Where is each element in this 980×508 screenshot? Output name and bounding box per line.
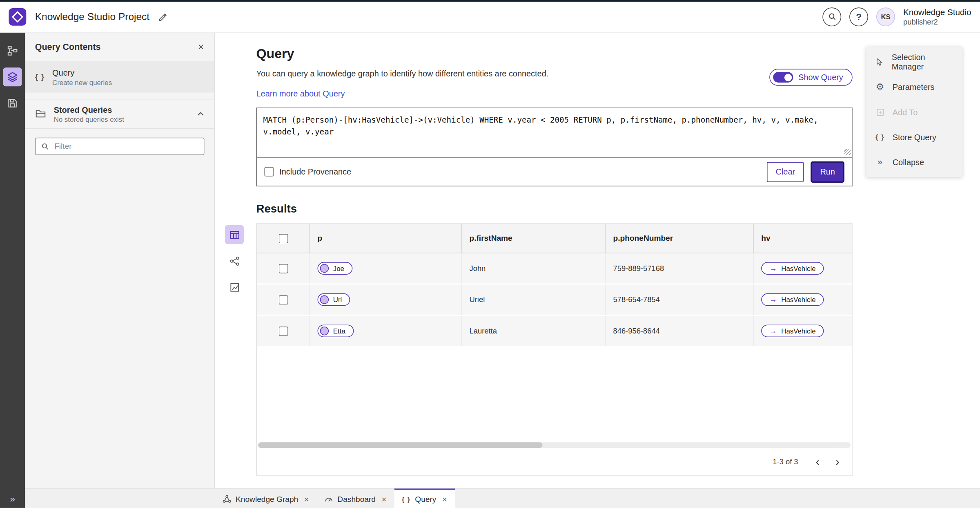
- hierarchy-nav-icon[interactable]: [3, 41, 22, 60]
- table-row[interactable]: Uri Uriel 578-654-7854 → HasVehicle: [257, 284, 852, 316]
- tab-label: Dashboard: [337, 495, 376, 503]
- tab-label: Knowledge Graph: [236, 495, 298, 503]
- folder-icon: [35, 108, 47, 120]
- tab-dashboard[interactable]: Dashboard ✕: [317, 488, 394, 508]
- panel-header: Query Contents ✕: [25, 33, 214, 61]
- close-tab-icon[interactable]: ✕: [304, 495, 309, 502]
- parameters-item[interactable]: ⚙ Parameters: [866, 74, 962, 99]
- previous-page-button[interactable]: ‹: [809, 454, 826, 470]
- column-header-phonenumber[interactable]: p.phoneNumber: [606, 224, 754, 253]
- next-page-button[interactable]: ›: [829, 454, 846, 470]
- query-contents-panel: Query Contents ✕ { } Query Create new qu…: [25, 33, 215, 488]
- save-nav-icon[interactable]: [3, 94, 22, 113]
- column-header-p[interactable]: p: [310, 224, 462, 253]
- edit-title-icon[interactable]: [158, 12, 168, 22]
- tab-query[interactable]: { } Query ✕: [394, 488, 455, 508]
- layers-nav-icon[interactable]: [3, 67, 22, 86]
- user-avatar[interactable]: KS: [876, 7, 895, 26]
- select-all-cell: [257, 224, 310, 253]
- row-checkbox[interactable]: [278, 326, 288, 336]
- selection-manager-item[interactable]: Selection Manager: [866, 49, 962, 74]
- toggle-knob: [784, 74, 792, 81]
- select-all-checkbox[interactable]: [278, 234, 288, 243]
- edge-arrow-icon: →: [769, 296, 777, 303]
- expand-rail-icon[interactable]: »: [0, 494, 25, 504]
- query-item-text: Query Create new queries: [52, 68, 112, 86]
- toggle-switch[interactable]: [773, 72, 793, 83]
- edge-arrow-icon: →: [769, 264, 777, 272]
- node-icon: [320, 264, 329, 273]
- chevron-right-icon: ›: [835, 456, 839, 468]
- row-checkbox[interactable]: [278, 295, 288, 304]
- show-query-label: Show Query: [798, 73, 843, 82]
- filter-input[interactable]: [53, 141, 198, 151]
- column-header-firstname[interactable]: p.firstName: [462, 224, 606, 253]
- close-tab-icon[interactable]: ✕: [442, 495, 447, 502]
- graph-view-icon[interactable]: [225, 251, 244, 270]
- query-editor[interactable]: MATCH (p:Person)-[hv:HasVehicle]->(v:Veh…: [257, 108, 852, 158]
- row-checkbox[interactable]: [278, 264, 288, 273]
- stored-queries-section[interactable]: Stored Queries No stored queries exist: [25, 99, 214, 129]
- collapse-item[interactable]: » Collapse: [866, 150, 962, 175]
- node-chip[interactable]: Joe: [318, 262, 352, 275]
- cell-firstname: Lauretta: [462, 316, 606, 346]
- tab-label: Query: [415, 495, 436, 503]
- user-info[interactable]: Knowledge Studio publisher2: [903, 7, 971, 27]
- horizontal-scrollbar[interactable]: [258, 442, 851, 448]
- node-icon: [320, 295, 329, 304]
- dashboard-icon: [324, 495, 333, 503]
- column-header-hv[interactable]: hv: [754, 224, 853, 253]
- avatar-initials: KS: [881, 13, 890, 20]
- cell-hv: → HasVehicle: [754, 253, 853, 283]
- user-name: Knowledge Studio: [903, 7, 971, 18]
- include-provenance-checkbox[interactable]: [264, 167, 274, 177]
- close-panel-icon[interactable]: ✕: [198, 42, 205, 51]
- cell-hv: → HasVehicle: [754, 316, 853, 346]
- query-item-label: Query: [52, 68, 112, 77]
- search-icon: [828, 13, 836, 21]
- query-box: MATCH (p:Person)-[hv:HasVehicle]->(v:Veh…: [256, 107, 853, 186]
- edge-chip[interactable]: → HasVehicle: [761, 293, 824, 306]
- app-header: Knowledge Studio Project ? KS Knowledge …: [0, 2, 980, 33]
- resize-handle-icon[interactable]: [844, 149, 851, 155]
- query-footer: Include Provenance Clear Run: [257, 158, 852, 186]
- cell-firstname: Uriel: [462, 284, 606, 314]
- add-to-icon: [874, 107, 886, 116]
- cell-p: Joe: [310, 253, 462, 283]
- app-logo-icon: [9, 8, 26, 26]
- scrollbar-thumb[interactable]: [258, 442, 542, 448]
- clear-button[interactable]: Clear: [767, 162, 804, 182]
- chevron-left-icon: ‹: [815, 456, 819, 468]
- query-item[interactable]: { } Query Create new queries: [25, 61, 214, 93]
- project-title: Knowledge Studio Project: [35, 11, 149, 23]
- results-title: Results: [256, 203, 853, 216]
- table-row[interactable]: Joe John 759-889-57168 → HasVehicle: [257, 253, 852, 285]
- run-button[interactable]: Run: [811, 161, 844, 182]
- help-button[interactable]: ?: [849, 7, 868, 26]
- query-page: Query You can query a knowledge graph to…: [256, 33, 853, 476]
- table-view-icon[interactable]: [225, 225, 244, 244]
- learn-more-link[interactable]: Learn more about Query: [256, 89, 345, 98]
- tab-knowledge-graph[interactable]: Knowledge Graph ✕: [215, 488, 317, 508]
- show-query-toggle[interactable]: Show Query: [770, 69, 853, 85]
- node-chip[interactable]: Uri: [318, 293, 350, 306]
- left-icon-rail: »: [0, 33, 25, 508]
- pagination-range-label: 1-3 of 3: [773, 457, 798, 466]
- cell-p: Etta: [310, 316, 462, 346]
- chevron-up-icon[interactable]: [197, 111, 204, 116]
- stored-queries-label: Stored Queries: [54, 105, 124, 114]
- cell-hv: → HasVehicle: [754, 284, 853, 314]
- cell-firstname: John: [462, 253, 606, 283]
- search-button[interactable]: [823, 7, 842, 26]
- table-empty-area: [257, 347, 852, 442]
- edge-chip[interactable]: → HasVehicle: [761, 262, 824, 275]
- table-row[interactable]: Etta Lauretta 846-956-8644 → HasVehicle: [257, 316, 852, 347]
- cell-phonenumber: 846-956-8644: [606, 316, 754, 346]
- edge-chip[interactable]: → HasVehicle: [761, 324, 824, 337]
- add-to-item: Add To: [866, 99, 962, 124]
- chart-view-icon[interactable]: [225, 278, 244, 297]
- pagination-bar: 1-3 of 3 ‹ ›: [257, 448, 852, 475]
- store-query-item[interactable]: { } Store Query: [866, 125, 962, 150]
- close-tab-icon[interactable]: ✕: [381, 495, 387, 502]
- node-chip[interactable]: Etta: [318, 324, 354, 337]
